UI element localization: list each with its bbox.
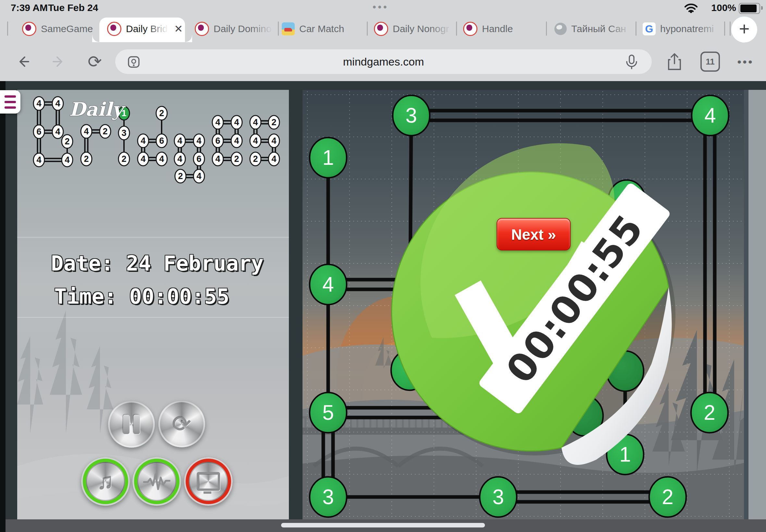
node-value: 3 [322, 485, 334, 509]
back-button[interactable] [13, 42, 32, 81]
node-value: 6 [159, 136, 164, 146]
nav-bar: ⟳ mindgames.com 11 ••• [0, 42, 766, 81]
node-value: 4 [234, 136, 239, 146]
pause-button[interactable] [108, 401, 155, 448]
forward-button[interactable] [49, 42, 69, 81]
bridge-node[interactable]: 2 [691, 393, 728, 433]
close-tab-icon[interactable]: ✕ [174, 23, 183, 35]
reload-button[interactable]: ⟳ [85, 42, 104, 81]
bridge-node: 6 [156, 134, 167, 148]
music-note-icon: ♫ [97, 470, 114, 493]
node-value: 4 [196, 136, 201, 146]
tab-separator [456, 21, 457, 36]
bridge-node: 2 [118, 152, 129, 166]
bridge-node[interactable]: 2 [649, 477, 686, 517]
daily-bridges-logo: 446424442213224644444624446442424424 Dai… [17, 90, 289, 197]
bridge-node[interactable]: 1 [310, 138, 346, 178]
bridge-node[interactable]: 4 [692, 95, 729, 136]
label-fade [698, 18, 721, 40]
node-value: 4 [36, 99, 41, 108]
bridge-node: 4 [174, 134, 185, 148]
bridge-node: 4 [138, 152, 149, 166]
wifi-icon [684, 3, 698, 13]
bridge-node[interactable]: 5 [310, 393, 346, 433]
bridges-board: 34124521332 00:00:55 [302, 90, 744, 519]
bridge-node: 3 [118, 126, 129, 140]
bridge-node: 4 [52, 97, 63, 110]
bridge-node[interactable]: 3 [393, 95, 430, 136]
more-menu-icon[interactable]: ••• [734, 42, 757, 81]
label-fade [429, 18, 452, 40]
next-button[interactable]: Next » [497, 218, 571, 250]
bridge-node: 4 [250, 115, 261, 129]
node-value: 2 [121, 154, 126, 164]
tab-overview-button[interactable]: 11 [700, 42, 720, 81]
sound-button[interactable] [132, 457, 181, 506]
mindgames-icon [22, 22, 36, 36]
url-text: mindgames.com [115, 49, 652, 74]
node-value: 4 [177, 154, 182, 164]
node-value: 6 [215, 136, 220, 146]
bridge-node: 4 [193, 169, 204, 183]
new-tab-button[interactable]: + [731, 17, 757, 42]
share-icon[interactable] [665, 42, 684, 81]
tab-label: Handle [482, 23, 513, 34]
bridge-node[interactable]: 3 [310, 477, 346, 517]
tab-separator [724, 21, 725, 36]
node-value: 2 [103, 127, 107, 136]
mindgames-icon [195, 22, 209, 36]
bridge-node: 4 [33, 153, 44, 167]
bridge-node: 4 [62, 153, 73, 167]
label-fade [145, 18, 168, 40]
node-value: 4 [84, 127, 89, 136]
bridge-node: 4 [138, 134, 149, 148]
node-value: 4 [177, 136, 182, 146]
bridge-node[interactable]: 4 [310, 264, 346, 305]
time-label: Time: 00:00:55 [54, 284, 229, 308]
node-value: 4 [215, 154, 220, 164]
tab-samegame[interactable]: SameGame [22, 16, 93, 42]
bridge-node: 4 [52, 125, 63, 139]
node-value: 6 [196, 154, 201, 164]
bridge-node[interactable]: 3 [480, 477, 517, 517]
car-match-icon [282, 22, 295, 35]
node-value: 4 [234, 117, 239, 127]
restart-button[interactable]: ⟳ [158, 401, 205, 447]
tab-car-match[interactable]: Car Match [282, 16, 344, 42]
pause-icon [123, 415, 140, 434]
url-bar[interactable]: mindgames.com [115, 49, 652, 74]
status-bar: 7:39 AM Tue Feb 24 ••• 100% [0, 0, 766, 16]
node-value: 4 [55, 127, 60, 137]
bridge-node: 4 [156, 152, 167, 166]
panel-divider [17, 237, 289, 238]
node-value: 2 [271, 117, 276, 127]
horizontal-scrollbar[interactable] [281, 523, 485, 527]
node-value: 2 [178, 171, 183, 181]
node-value: 4 [140, 154, 145, 164]
battery-icon [739, 3, 760, 14]
battery-percent: 100% [711, 0, 736, 16]
status-time: 7:39 AM [11, 0, 48, 16]
music-button[interactable]: ♫ [81, 457, 130, 506]
node-value: 4 [140, 136, 145, 146]
bridge-node: 6 [212, 134, 223, 148]
tab-handle[interactable]: Handle [463, 16, 513, 42]
panel-divider [17, 317, 289, 318]
mic-icon[interactable] [625, 54, 639, 70]
tab-daily-bridges-active[interactable]: Daily Brid ✕ [107, 16, 183, 42]
bridge-node: 4 [268, 152, 279, 166]
bridge-node: 2 [62, 135, 73, 148]
node-value: 4 [271, 154, 276, 164]
node-value: 4 [253, 136, 258, 146]
node-value: 3 [121, 128, 126, 138]
node-value: 3 [406, 104, 417, 127]
display-button[interactable] [184, 457, 233, 506]
hamburger-menu-button[interactable] [0, 90, 20, 114]
bridge-node: 2 [250, 152, 261, 166]
bridge-node: 4 [212, 152, 223, 166]
tab-separator [7, 21, 8, 36]
node-value: 4 [159, 154, 164, 164]
multitask-dots-icon: ••• [372, 0, 389, 14]
tab-label: Car Match [299, 23, 344, 34]
google-icon: G [643, 22, 656, 35]
